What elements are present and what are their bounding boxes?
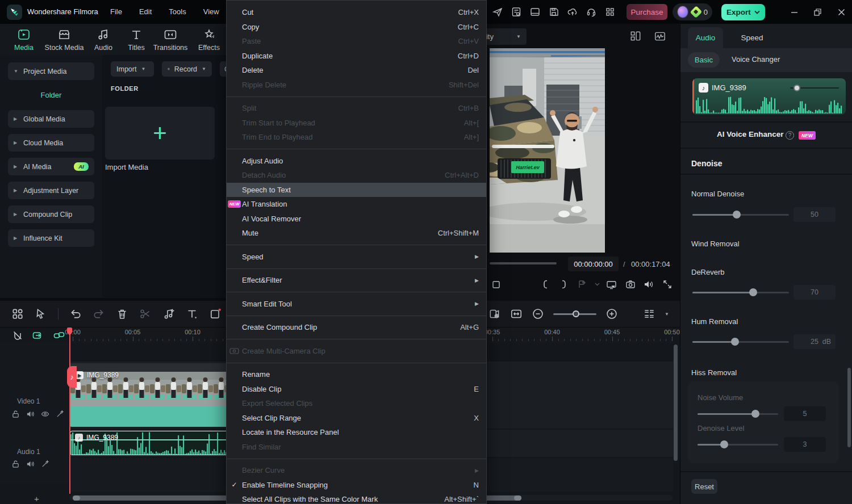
audio-clip-card[interactable]: ♪ IMG_9389: [692, 78, 846, 115]
menu-item-speech-to-text[interactable]: Speech to Text: [227, 183, 486, 198]
sidebar-item-project-media[interactable]: ▼Project Media: [8, 62, 94, 80]
user-avatar[interactable]: [677, 6, 688, 18]
select-tool-icon[interactable]: [35, 308, 47, 320]
sidebar-item-adjustment-layer[interactable]: ▶Adjustment Layer: [8, 182, 94, 199]
account-pill[interactable]: 0: [673, 3, 712, 20]
menu-item-locate-in-the-resource-panel[interactable]: Locate in the Resource Panel: [227, 425, 486, 440]
redo-icon[interactable]: [93, 308, 105, 320]
normal-denoise-value[interactable]: 50: [793, 207, 836, 222]
apps-grid-icon[interactable]: [604, 6, 616, 18]
zoom-in-icon[interactable]: [605, 308, 618, 320]
tab-transitions[interactable]: Transitions: [149, 27, 192, 52]
menubar-view[interactable]: View: [199, 5, 224, 18]
preview-clip-icon[interactable]: [488, 308, 501, 320]
menu-item-disable-clip[interactable]: Disable ClipE: [227, 382, 486, 397]
clip-marker-badge[interactable]: ♪: [67, 366, 77, 388]
hscroll-cap-right[interactable]: [514, 495, 521, 501]
menu-item-adjust-audio[interactable]: Adjust Audio: [227, 154, 486, 169]
panel-scrollbar[interactable]: [847, 368, 851, 447]
menubar-edit[interactable]: Edit: [135, 5, 156, 18]
menu-item-delete[interactable]: DeleteDel: [227, 63, 486, 78]
lock-icon[interactable]: [11, 460, 20, 468]
track-manager-chevron-icon[interactable]: ▼: [665, 312, 669, 317]
sidebar-item-compound-clip[interactable]: ▶Compound Clip: [8, 205, 94, 223]
undo-icon[interactable]: [69, 308, 82, 320]
bottom-panel-icon[interactable]: [529, 6, 541, 18]
timeline-vertical-scrollbar[interactable]: [674, 345, 678, 461]
subtab-voice-changer[interactable]: Voice Changer: [732, 55, 780, 64]
sidebar-item-global-media[interactable]: ▶Global Media: [8, 110, 94, 128]
clip-volume-slider[interactable]: [790, 87, 839, 89]
layout-grid-icon[interactable]: [629, 30, 642, 43]
sidebar-item-ai-media[interactable]: ▶AI MediaAI: [8, 158, 94, 175]
dereverb-slider[interactable]: [692, 288, 789, 296]
denoise-level-value[interactable]: 3: [784, 437, 826, 452]
hide-track-icon[interactable]: [41, 410, 49, 418]
lock-icon[interactable]: [11, 410, 20, 418]
current-timecode[interactable]: 00:00:00:00: [568, 257, 619, 271]
menu-item-cut[interactable]: CutCtrl+X: [227, 5, 486, 20]
menu-item-smart-edit-tool[interactable]: Smart Edit Tool▶: [227, 297, 486, 312]
video-preview[interactable]: Harriet.ev: [490, 48, 605, 253]
sidebar-item-folder[interactable]: Folder: [0, 91, 102, 99]
zoom-out-icon[interactable]: [532, 308, 544, 320]
subtab-basic[interactable]: Basic: [688, 52, 720, 68]
fit-timeline-icon[interactable]: [510, 308, 523, 320]
tab-stock-media[interactable]: Stock Media: [43, 27, 85, 52]
seek-bar[interactable]: [490, 262, 557, 264]
zoom-slider-knob[interactable]: [573, 310, 579, 317]
menubar-file[interactable]: File: [106, 5, 127, 18]
mark-in-icon[interactable]: [536, 277, 555, 292]
split-scissors-icon[interactable]: [139, 308, 152, 320]
hum-removal-slider[interactable]: [692, 338, 789, 346]
volume-icon[interactable]: [640, 277, 658, 292]
tab-media[interactable]: Media: [6, 27, 42, 52]
menu-item-mute[interactable]: MuteCtrl+Shift+M: [227, 226, 486, 241]
record-dropdown[interactable]: Record ▼: [162, 61, 212, 77]
link-clips-icon[interactable]: [32, 331, 44, 340]
project-list-icon[interactable]: [511, 6, 522, 18]
delete-icon[interactable]: [116, 308, 128, 320]
scope-waveform-icon[interactable]: [654, 30, 666, 43]
menu-item-ai-translation[interactable]: NEWAI Translation: [227, 197, 486, 212]
display-mode-icon[interactable]: [603, 277, 621, 292]
timeline-zoom-slider[interactable]: [553, 310, 596, 318]
sidebar-item-cloud-media[interactable]: ▶Cloud Media: [8, 134, 94, 152]
menu-item-effect-filter[interactable]: Effect&Filter▶: [227, 273, 486, 288]
menu-item-copy[interactable]: CopyCtrl+C: [227, 20, 486, 35]
media-grid-icon[interactable]: [11, 308, 24, 320]
support-headset-icon[interactable]: [586, 6, 597, 18]
magic-wand-icon[interactable]: [56, 410, 64, 418]
track-manager-icon[interactable]: [643, 308, 655, 320]
hum-removal-value[interactable]: 25 dB: [793, 334, 836, 349]
stop-icon[interactable]: [487, 277, 506, 292]
filmora-logo-icon[interactable]: [7, 5, 22, 20]
menu-item-speed[interactable]: Speed▶: [227, 250, 486, 264]
text-tool-icon[interactable]: [186, 308, 198, 320]
normal-denoise-slider[interactable]: [692, 211, 789, 219]
menu-item-select-clip-range[interactable]: Select Clip RangeX: [227, 411, 486, 426]
mute-track-icon[interactable]: [26, 460, 35, 468]
menubar-tools[interactable]: Tools: [164, 5, 190, 18]
tab-audio[interactable]: Audio: [688, 27, 723, 48]
magnet-off-icon[interactable]: [12, 330, 23, 341]
purchase-button[interactable]: Purchase: [627, 4, 667, 20]
menu-item-duplicate[interactable]: DuplicateCtrl+D: [227, 49, 486, 64]
import-dropdown[interactable]: Import ▼: [111, 61, 154, 77]
marker-icon[interactable]: [573, 277, 592, 292]
slider-knob[interactable]: [793, 85, 800, 91]
help-icon[interactable]: ?: [786, 131, 794, 140]
record-frame-icon[interactable]: [209, 308, 222, 320]
menu-item-enable-timeline-snapping[interactable]: ✓Enable Timeline SnappingN: [227, 478, 486, 493]
hscroll-cap-left[interactable]: [73, 495, 80, 501]
add-track-button[interactable]: +: [34, 494, 39, 503]
snapshot-camera-icon[interactable]: [621, 277, 640, 292]
dereverb-value[interactable]: 70: [793, 285, 836, 300]
close-button[interactable]: [834, 5, 849, 19]
audio-tools-icon[interactable]: [162, 308, 175, 320]
export-button[interactable]: Export: [721, 4, 765, 20]
mute-track-icon[interactable]: [26, 410, 35, 418]
magic-wand-icon[interactable]: [41, 460, 49, 468]
reset-button[interactable]: Reset: [691, 479, 717, 494]
mark-out-icon[interactable]: [554, 277, 573, 292]
